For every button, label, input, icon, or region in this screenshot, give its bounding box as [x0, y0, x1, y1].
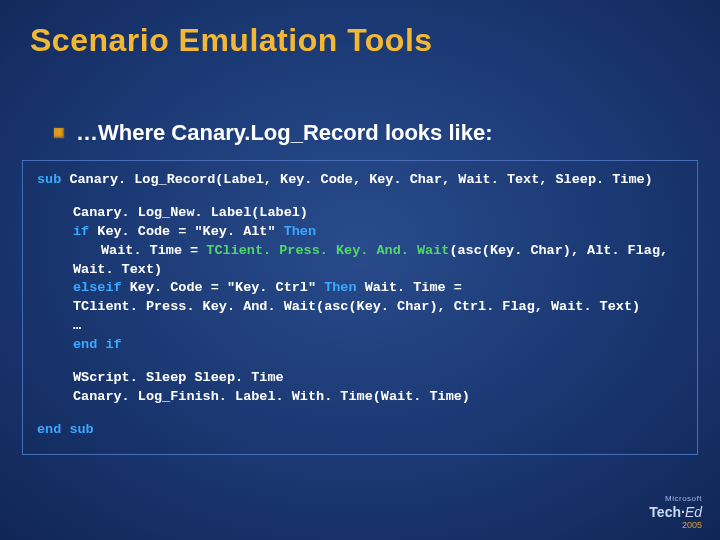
code-line: Wait. Text) [37, 261, 683, 280]
footer-branding: Microsoft Tech·Ed 2005 [649, 495, 702, 530]
code-line: elseif Key. Code = "Key. Ctrl" Then Wait… [37, 279, 683, 298]
code-text: Wait. Time = [357, 280, 462, 295]
bullet-text: …Where Canary.Log_Record looks like: [76, 120, 492, 146]
code-line: Canary. Log_Finish. Label. With. Time(Wa… [37, 388, 683, 407]
code-line: sub Canary. Log_Record(Label, Key. Code,… [37, 171, 683, 190]
keyword-endif: end if [73, 337, 122, 352]
blank-line [37, 190, 683, 204]
code-text: Wait. Time = [101, 243, 206, 258]
teched-tech: Tech· [649, 504, 685, 520]
keyword-elseif: elseif [73, 280, 122, 295]
code-line: end if [37, 336, 683, 355]
code-line: WScript. Sleep Sleep. Time [37, 369, 683, 388]
code-text: (asc(Key. Char), Alt. Flag, [449, 243, 668, 258]
code-text: Canary. Log_Record(Label, Key. Code, Key… [61, 172, 652, 187]
code-text: Key. Code = "Key. Ctrl" [122, 280, 325, 295]
bullet-icon [54, 128, 64, 138]
keyword-sub: sub [37, 172, 61, 187]
function-name: TClient. Press. Key. And. Wait [206, 243, 449, 258]
teched-ed: Ed [685, 504, 702, 520]
keyword-then: Then [324, 280, 356, 295]
slide-title: Scenario Emulation Tools [30, 22, 433, 59]
microsoft-label: Microsoft [649, 495, 702, 503]
code-line: if Key. Code = "Key. Alt" Then [37, 223, 683, 242]
year-label: 2005 [649, 521, 702, 530]
keyword-endsub: end sub [37, 422, 94, 437]
code-line: TClient. Press. Key. And. Wait(asc(Key. … [37, 298, 683, 317]
keyword-if: if [73, 224, 89, 239]
keyword-then: Then [284, 224, 316, 239]
bullet-row: …Where Canary.Log_Record looks like: [54, 120, 492, 146]
code-line: … [37, 317, 683, 336]
code-line: end sub [37, 421, 683, 440]
code-text: Key. Code = "Key. Alt" [89, 224, 283, 239]
code-line: Canary. Log_New. Label(Label) [37, 204, 683, 223]
blank-line [37, 407, 683, 421]
teched-logo: Tech·Ed [649, 505, 702, 519]
blank-line [37, 355, 683, 369]
code-line: Wait. Time = TClient. Press. Key. And. W… [37, 242, 683, 261]
code-box: sub Canary. Log_Record(Label, Key. Code,… [22, 160, 698, 455]
